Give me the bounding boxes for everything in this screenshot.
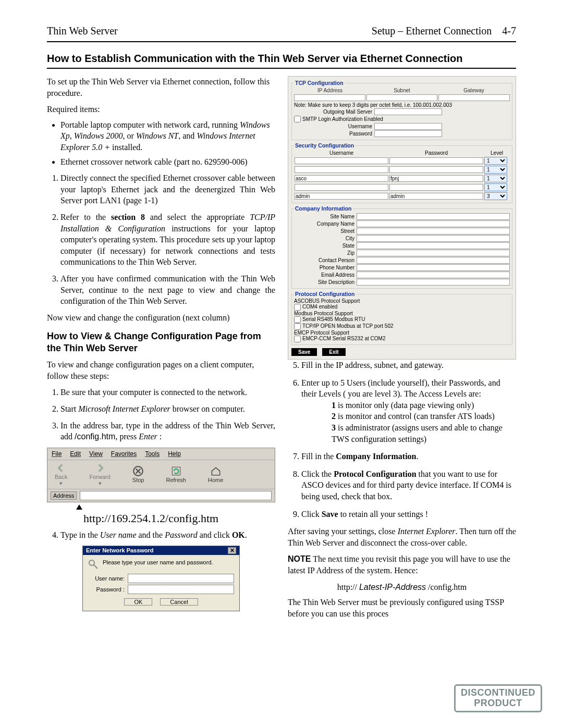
sec-level-select[interactable]: 1 bbox=[484, 183, 507, 191]
sec-pass-input[interactable] bbox=[389, 157, 483, 164]
login-user-label: User name: bbox=[88, 575, 125, 582]
sub-title: How to View & Change Configuration Page … bbox=[47, 330, 275, 354]
company-field-input[interactable] bbox=[357, 220, 510, 227]
company-row: Zip bbox=[294, 250, 510, 256]
company-field-input[interactable] bbox=[357, 213, 510, 220]
login-dialog: Enter Network Password✕ Please type your… bbox=[82, 546, 240, 611]
ie-address-label: Address bbox=[51, 491, 77, 500]
smtp-user-input[interactable] bbox=[374, 123, 442, 130]
company-field-input[interactable] bbox=[357, 242, 510, 249]
substep-1: Be sure that your computer is connected … bbox=[60, 387, 275, 398]
company-field-label: Street bbox=[294, 228, 354, 234]
ie-forward-button[interactable]: Forward▾ bbox=[84, 461, 115, 488]
company-row: Site Name bbox=[294, 213, 510, 220]
security-fieldset: Security Configuration UsernamePasswordL… bbox=[291, 142, 512, 203]
sec-user-input[interactable] bbox=[295, 175, 388, 182]
arrow-up-icon bbox=[76, 504, 82, 510]
gateway-input[interactable] bbox=[438, 94, 510, 101]
tcpmodbus-checkbox[interactable] bbox=[294, 323, 301, 330]
sec-user-input[interactable] bbox=[295, 157, 388, 164]
sec-user-input[interactable] bbox=[295, 193, 388, 200]
config-url: http://169.254.1.2/config.htm bbox=[83, 512, 275, 525]
company-field-label: Site Name bbox=[294, 214, 354, 219]
login-ok-button[interactable]: OK bbox=[124, 598, 152, 606]
com4-checkbox[interactable] bbox=[294, 304, 301, 311]
outmail-input[interactable] bbox=[374, 108, 442, 115]
company-row: City bbox=[294, 235, 510, 242]
ie-menu-favorites[interactable]: Favorites bbox=[111, 450, 137, 458]
company-row: Company Name bbox=[294, 220, 510, 227]
company-field-label: Contact Person bbox=[294, 257, 354, 263]
sec-pass-input[interactable] bbox=[389, 175, 483, 182]
company-row: Street bbox=[294, 228, 510, 235]
sec-user-input[interactable] bbox=[295, 166, 388, 173]
company-field-input[interactable] bbox=[357, 279, 510, 286]
login-cancel-button[interactable]: Cancel bbox=[160, 598, 198, 606]
company-field-input[interactable] bbox=[357, 235, 510, 242]
substep-3: In the address bar, type in the address … bbox=[60, 420, 275, 442]
security-row: 1 bbox=[294, 183, 510, 192]
login-user-input[interactable] bbox=[128, 574, 234, 583]
sec-user-input[interactable] bbox=[295, 184, 388, 191]
step-1: Directly connect the specified Ethernet … bbox=[60, 172, 275, 206]
tcp-note: Note: Make sure to keep 3 digits per oct… bbox=[294, 102, 510, 108]
company-field-input[interactable] bbox=[357, 250, 510, 256]
header-left: Thin Web Server bbox=[47, 25, 118, 37]
key-icon bbox=[88, 559, 100, 571]
company-field-input[interactable] bbox=[357, 272, 510, 278]
smtp-pass-input[interactable] bbox=[374, 130, 442, 137]
ie-menu-edit[interactable]: Edit bbox=[70, 450, 81, 458]
ie-back-button[interactable]: Back▾ bbox=[50, 461, 72, 488]
security-row: 1 bbox=[294, 156, 510, 165]
company-field-input[interactable] bbox=[357, 257, 510, 264]
ie-stop-button[interactable]: Stop bbox=[127, 464, 150, 484]
close-icon[interactable]: ✕ bbox=[228, 547, 236, 554]
ip-input[interactable] bbox=[294, 94, 365, 101]
sec-pass-input[interactable] bbox=[389, 184, 483, 191]
sec-pass-input[interactable] bbox=[389, 166, 483, 173]
ie-home-button[interactable]: Home bbox=[203, 464, 228, 484]
sec-level-select[interactable]: 1 bbox=[484, 157, 507, 165]
req-1: Portable laptop computer with network ca… bbox=[60, 119, 275, 153]
ie-menu-help[interactable]: Help bbox=[168, 450, 181, 458]
smtp-checkbox[interactable] bbox=[294, 116, 301, 122]
rstep-9: Click Save to retain all your settings ! bbox=[301, 509, 516, 520]
req-2: Ethernet crossover network cable (part n… bbox=[60, 156, 275, 168]
ie-toolbar: File Edit View Favorites Tools Help Back… bbox=[47, 448, 275, 502]
ie-refresh-button[interactable]: Refresh bbox=[161, 464, 191, 484]
ie-menu-file[interactable]: File bbox=[52, 450, 62, 458]
tcp-fieldset: TCP Configuration IP AddressSubnetGatewa… bbox=[291, 80, 512, 140]
company-row: Phone Number bbox=[294, 264, 510, 271]
company-field-label: Phone Number bbox=[294, 265, 354, 270]
login-pass-input[interactable] bbox=[128, 585, 234, 594]
sec-level-select[interactable]: 3 bbox=[484, 192, 507, 200]
company-field-label: State bbox=[294, 243, 354, 249]
substep-4: Type in the User name and the Password a… bbox=[60, 529, 275, 541]
rstep-7: Fill in the Company Information. bbox=[301, 451, 516, 462]
save-button[interactable]: Save bbox=[291, 348, 317, 356]
ie-menu-tools[interactable]: Tools bbox=[145, 450, 160, 458]
config-panel: TCP Configuration IP AddressSubnetGatewa… bbox=[288, 76, 516, 360]
emcpccm-checkbox[interactable] bbox=[294, 336, 301, 342]
rs485-checkbox[interactable] bbox=[294, 316, 301, 323]
rstep-8: Click the Protocol Configuration that yo… bbox=[301, 468, 516, 502]
security-row: 1 bbox=[294, 165, 510, 174]
page-title: How to Establish Communication with the … bbox=[47, 53, 516, 69]
subnet-input[interactable] bbox=[366, 94, 438, 101]
ie-address-input[interactable] bbox=[80, 491, 272, 500]
company-field-label: Company Name bbox=[294, 221, 354, 227]
after-save: After saving your settings, close Intern… bbox=[288, 526, 516, 548]
company-field-input[interactable] bbox=[357, 264, 510, 271]
sec-pass-input[interactable] bbox=[389, 193, 483, 200]
exit-button[interactable]: Exit bbox=[322, 348, 345, 356]
intro: To set up the Thin Web Server via Ethern… bbox=[47, 76, 275, 98]
sec-level-select[interactable]: 1 bbox=[484, 175, 507, 182]
sec-level-select[interactable]: 1 bbox=[484, 166, 507, 174]
login-hint: Please type your user name and password. bbox=[103, 559, 213, 565]
login-title: Enter Network Password bbox=[86, 547, 154, 554]
company-field-label: Zip bbox=[294, 250, 354, 256]
company-field-label: City bbox=[294, 236, 354, 241]
company-field-input[interactable] bbox=[357, 228, 510, 235]
header-right: Setup – Ethernet Connection 4-7 bbox=[372, 25, 516, 37]
ie-menu-view[interactable]: View bbox=[89, 450, 103, 458]
